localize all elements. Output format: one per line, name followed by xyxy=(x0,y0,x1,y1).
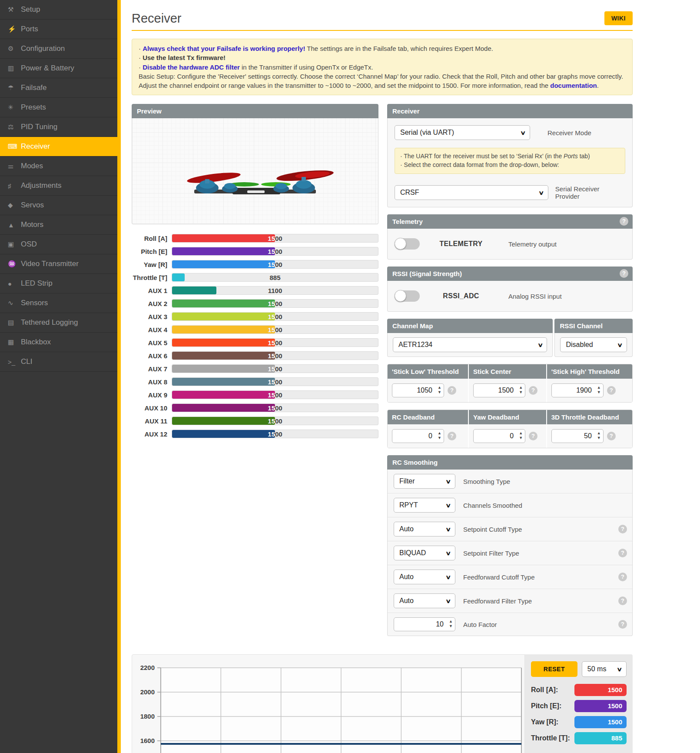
help-icon[interactable]: ? xyxy=(618,620,627,629)
deadband-cell-rc-deadband: ▲▼? xyxy=(388,424,468,448)
smoothing-row-feedforward-filter-type: Auto∨Feedforward Filter Type? xyxy=(388,589,632,613)
sidebar-item-led-strip[interactable]: ●LED Strip xyxy=(0,274,117,293)
sidebar-item-modes[interactable]: ⚌Modes xyxy=(0,157,117,176)
help-icon[interactable]: ? xyxy=(618,525,627,533)
channel-bar: 15001500 xyxy=(172,351,378,360)
telemetry-toggle[interactable] xyxy=(395,238,420,250)
setpoint-cutoff-type-select[interactable]: Auto∨ xyxy=(394,522,455,536)
setpoint-filter-type-select[interactable]: BIQUAD∨ xyxy=(394,546,455,560)
help-icon[interactable]: ? xyxy=(529,386,537,395)
smoothing-row-feedforward-cutoff-type: Auto∨Feedforward Cutoff Type? xyxy=(388,565,632,589)
legend-row-yaw-r: Yaw [R]:1500 xyxy=(531,716,627,728)
sidebar-item-receiver[interactable]: ⌨Receiver xyxy=(0,137,117,157)
channel-row-throttle-t: Throttle [T]885885 xyxy=(132,273,378,282)
wiki-button[interactable]: WIKI xyxy=(604,11,633,25)
rc-smoothing-header: RC Smoothing xyxy=(387,455,633,470)
svg-text:1600: 1600 xyxy=(140,737,155,744)
deadband-header-3d-throttle-deadband: 3D Throttle Deadband xyxy=(547,410,632,424)
main-content: Receiver WIKI · Always check that your F… xyxy=(121,0,700,753)
spinner-arrows-icon[interactable]: ▲▼ xyxy=(438,385,441,395)
refresh-rate-value: 50 ms xyxy=(587,665,607,673)
spinner-arrows-icon[interactable]: ▲▼ xyxy=(438,431,441,440)
spinner-arrows-icon[interactable]: ▲▼ xyxy=(597,385,601,395)
legend-label: Pitch [E]: xyxy=(531,702,561,710)
help-icon[interactable]: ? xyxy=(607,432,616,440)
sidebar-item-cli[interactable]: >_CLI xyxy=(0,352,117,372)
channel-row-aux-9: AUX 915001500 xyxy=(132,390,378,399)
stick-thresholds-grid: 'Stick Low' ThresholdStick Center'Stick … xyxy=(387,364,633,403)
sidebar-item-power-and-battery[interactable]: ▥Power & Battery xyxy=(0,59,117,78)
refresh-rate-select[interactable]: 50 ms ∨ xyxy=(582,661,627,677)
spinner-arrows-icon[interactable]: ▲▼ xyxy=(597,431,601,440)
sidebar-item-video-transmitter[interactable]: ♒Video Transmitter xyxy=(0,254,117,274)
help-icon[interactable]: ? xyxy=(448,432,456,440)
chevron-down-icon: ∨ xyxy=(446,598,451,604)
threshold-input-stick-low-threshold[interactable] xyxy=(392,383,444,397)
sidebar: ⚒Setup⚡Ports⚙Configuration▥Power & Batte… xyxy=(0,0,117,753)
blackbox-icon: ▦ xyxy=(8,338,21,346)
deadband-input-3d-throttle-deadband[interactable] xyxy=(551,429,604,443)
sidebar-item-failsafe[interactable]: ☂Failsafe xyxy=(0,78,117,98)
channel-row-aux-1: AUX 111001100 xyxy=(132,286,378,295)
feedforward-cutoff-type-select[interactable]: Auto∨ xyxy=(394,570,455,584)
sidebar-item-blackbox[interactable]: ▦Blackbox xyxy=(0,333,117,352)
serial-provider-value: CRSF xyxy=(400,189,419,197)
serial-provider-select[interactable]: CRSF ∨ xyxy=(395,185,548,200)
sidebar-item-configuration[interactable]: ⚙Configuration xyxy=(0,39,117,59)
smoothing-type-select[interactable]: Filter∨ xyxy=(394,474,455,489)
sidebar-item-pid-tuning[interactable]: ⚖PID Tuning xyxy=(0,117,117,137)
threshold-input-stick-high-threshold[interactable] xyxy=(551,383,604,397)
deadband-input-yaw-deadband[interactable] xyxy=(473,429,525,443)
rssi-adc-toggle[interactable] xyxy=(395,290,420,302)
sidebar-item-osd[interactable]: ▣OSD xyxy=(0,235,117,254)
sidebar-item-adjustments[interactable]: ♯Adjustments xyxy=(0,176,117,196)
sidebar-item-tethered-logging[interactable]: ▤Tethered Logging xyxy=(0,313,117,333)
channel-row-yaw-r: Yaw [R]15001500 xyxy=(132,260,378,269)
sidebar-item-servos[interactable]: ◆Servos xyxy=(0,196,117,215)
channel-bar: 15001500 xyxy=(172,377,378,386)
legend-value-badge: 1500 xyxy=(574,716,627,728)
sidebar-item-setup[interactable]: ⚒Setup xyxy=(0,0,117,20)
spinner-arrows-icon[interactable]: ▲▼ xyxy=(519,385,523,395)
quad-preview-model xyxy=(132,118,378,224)
channel-map-value: AETR1234 xyxy=(398,341,432,349)
channels-smoothed-select[interactable]: RPYT∨ xyxy=(394,498,455,513)
svg-text:1800: 1800 xyxy=(140,713,155,720)
spinner-arrows-icon[interactable]: ▲▼ xyxy=(519,431,523,440)
sidebar-item-label: Servos xyxy=(21,201,44,210)
title-underline xyxy=(132,30,633,31)
help-icon[interactable]: ? xyxy=(448,386,456,395)
feedforward-filter-type-select[interactable]: Auto∨ xyxy=(394,593,455,608)
help-icon[interactable]: ? xyxy=(620,269,628,278)
channel-label: AUX 6 xyxy=(132,352,172,360)
sidebar-item-label: LED Strip xyxy=(21,279,53,288)
help-icon[interactable]: ? xyxy=(529,432,537,440)
help-icon[interactable]: ? xyxy=(620,217,628,226)
sidebar-item-motors[interactable]: ▲Motors xyxy=(0,215,117,235)
sidebar-item-ports[interactable]: ⚡Ports xyxy=(0,20,117,39)
rssi-channel-panel: RSSI Channel Disabled ∨ xyxy=(554,319,633,357)
help-icon[interactable]: ? xyxy=(618,596,627,605)
smoothing-label: Smoothing Type xyxy=(463,478,510,485)
help-icon[interactable]: ? xyxy=(618,549,627,557)
sidebar-item-presets[interactable]: ✳Presets xyxy=(0,98,117,117)
help-icon[interactable]: ? xyxy=(618,573,627,581)
spinner-arrows-icon[interactable]: ▲▼ xyxy=(449,619,453,629)
auto-factor-input[interactable] xyxy=(394,617,455,631)
sidebar-item-sensors[interactable]: ∿Sensors xyxy=(0,293,117,313)
channel-bar: 15001500 xyxy=(172,325,378,334)
channel-label: Yaw [R] xyxy=(132,261,172,268)
accent-strip xyxy=(117,0,121,753)
threshold-input-stick-center[interactable] xyxy=(473,383,525,397)
help-icon[interactable]: ? xyxy=(607,386,616,395)
receiver-mode-select[interactable]: Serial (via UART) ∨ xyxy=(395,125,530,140)
deadband-input-rc-deadband[interactable] xyxy=(392,429,444,443)
svg-text:2000: 2000 xyxy=(140,688,155,696)
reset-button[interactable]: RESET xyxy=(531,661,577,677)
battery-icon: ▥ xyxy=(8,64,21,72)
legend-value-badge: 885 xyxy=(574,732,627,744)
channel-map-select[interactable]: AETR1234 ∨ xyxy=(393,337,547,352)
rssi-channel-select[interactable]: Disabled ∨ xyxy=(560,337,627,352)
channel-label: Pitch [E] xyxy=(132,248,172,255)
terminal-icon: >_ xyxy=(8,358,21,366)
